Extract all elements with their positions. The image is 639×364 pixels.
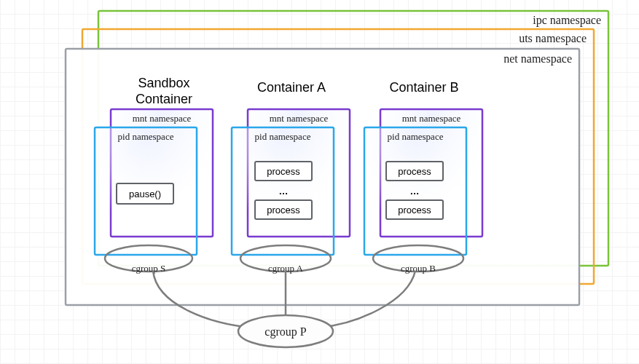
sandbox-mnt-label: mnt namespace xyxy=(133,113,192,124)
container-b-pid-label: pid namespace xyxy=(388,131,444,142)
pause-label: pause() xyxy=(129,189,161,199)
container-a-mnt-label: mnt namespace xyxy=(270,113,329,124)
container-b-mnt-label: mnt namespace xyxy=(402,113,461,124)
cgroup-p-label: cgroup P xyxy=(264,325,306,339)
sandbox-title-line1: Sandbox xyxy=(138,76,189,90)
container-b-proc1-label: process xyxy=(398,166,431,177)
container-a-proc2-label: process xyxy=(267,205,300,215)
cgroup-b-label: cgroup B xyxy=(401,263,436,274)
sandbox-title-line2: Container xyxy=(136,92,192,106)
cgroup-s-label: cgroup S xyxy=(132,263,166,274)
container-b-proc2-label: process xyxy=(398,205,431,215)
container-a-proc1-label: process xyxy=(267,166,300,177)
sandbox-pid-label: pid namespace xyxy=(118,131,174,142)
container-a-title: Container A xyxy=(257,80,326,95)
container-b-dots: … xyxy=(410,186,420,197)
net-namespace-label: net namespace xyxy=(503,52,572,66)
uts-namespace-label: uts namespace xyxy=(519,32,587,45)
container-a-pid-label: pid namespace xyxy=(255,131,311,142)
container-a: Container A mnt namespace pid namespace … xyxy=(232,80,350,274)
container-b: Container B mnt namespace pid namespace … xyxy=(364,80,482,274)
container-a-dots: … xyxy=(279,186,289,197)
ipc-namespace-label: ipc namespace xyxy=(533,14,601,27)
container-b-title: Container B xyxy=(389,80,458,95)
